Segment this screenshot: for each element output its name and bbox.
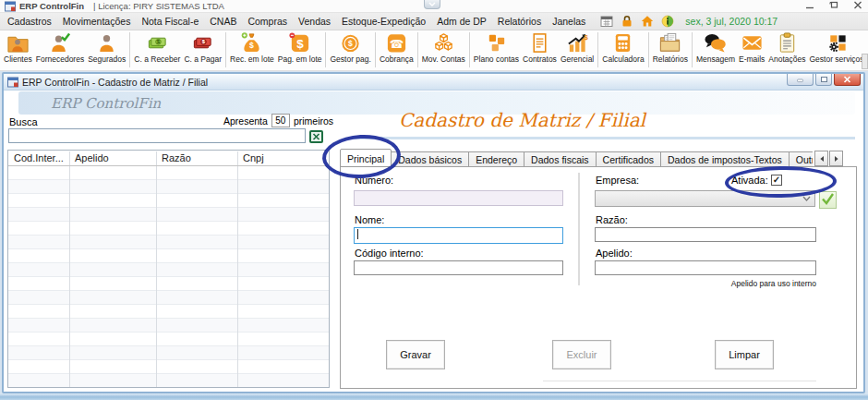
gestor-servicos-icon [826, 31, 849, 54]
tab-dados-fiscais[interactable]: Dados fiscais [524, 151, 596, 167]
lock-icon[interactable] [621, 15, 633, 28]
numero-label: Número: [355, 175, 393, 186]
toolbar-label: Segurados [88, 54, 126, 64]
tab-scroll-right-button[interactable] [829, 151, 843, 166]
toolbar-button-calculadora[interactable]: Calculadora [600, 31, 645, 64]
mdi-title-bar[interactable]: ERP ControlFin - Cadastro de Matriz / Fi… [4, 74, 863, 91]
app-close-button[interactable] [853, 1, 862, 9]
limpar-button[interactable]: Limpar [715, 340, 774, 369]
menu-item-compras[interactable]: Compras [242, 14, 293, 29]
mdi-maximize-button[interactable] [815, 74, 832, 86]
triangle-right-icon [834, 155, 839, 163]
mdi-close-button[interactable] [834, 74, 861, 86]
menu-item-estoque-expedicao[interactable]: Estoque-Expedição [336, 14, 431, 29]
ativada-checkbox[interactable]: ✓ [771, 175, 782, 186]
nome-input[interactable] [354, 227, 563, 244]
menu-item-cnab[interactable]: CNAB [204, 14, 242, 29]
toolbar-separator [225, 32, 226, 67]
tab-endereco[interactable]: Endereço [469, 151, 524, 167]
tab-principal[interactable]: Principal [340, 149, 392, 167]
toolbar-button-fornecedores[interactable]: Fornecedores [34, 31, 86, 64]
form-title: Cadastro de Matriz / Filial [399, 109, 645, 131]
svg-text:$: $ [249, 41, 254, 50]
toolbar-button-gerencial[interactable]: $ Gerencial [559, 31, 596, 64]
mov-contas-icon [432, 31, 455, 54]
gravar-button[interactable]: Gravar [386, 340, 445, 369]
search-input[interactable] [8, 128, 306, 143]
toolbar-button-contas-pagar[interactable]: $ C. a Pagar [182, 31, 223, 64]
toolbar-button-anotacoes[interactable]: Anotações [766, 31, 807, 64]
menu-item-nota-fiscal-e[interactable]: Nota Fiscal-e [136, 14, 204, 29]
toolbar-button-gestor-pagamentos[interactable]: $ Gestor pag. [328, 31, 372, 64]
plano-contas-icon [485, 31, 508, 54]
menu-item-relatorios[interactable]: Relatórios [492, 14, 547, 29]
quick-access-chevron-button[interactable] [424, 0, 440, 9]
menu-item-adm-de-dp[interactable]: Adm de DP [431, 14, 492, 29]
tab-scroll-left-button[interactable] [814, 151, 828, 166]
tab-certificados[interactable]: Certificados [597, 151, 661, 167]
menu-item-movimentacoes[interactable]: Movimentações [57, 14, 137, 29]
toolbar-overflow-grip[interactable] [862, 54, 868, 69]
calculadora-icon [611, 31, 634, 54]
column-divider [578, 173, 580, 285]
tab-dados-basicos[interactable]: Dados básicos [392, 151, 469, 167]
toolbar-button-plano-contas[interactable]: Plano contas [472, 31, 521, 64]
table-body-empty[interactable] [8, 166, 329, 387]
results-table[interactable]: Cod.Inter... Apelido Razão Cnpj [7, 150, 330, 388]
toolbar-button-receber-lote[interactable]: $ Rec. em lote [228, 31, 276, 64]
toolbar-button-clientes[interactable]: Clientes [2, 31, 34, 64]
busca-label: Busca [9, 116, 38, 127]
toolbar-button-contratos[interactable]: Contratos [521, 31, 559, 64]
toolbar-button-gestor-servicos[interactable]: Gestor serviços [808, 31, 866, 64]
toolbar-button-emails[interactable]: E-mails [737, 31, 766, 64]
clientes-icon [6, 31, 30, 54]
toolbar-button-mov-contas[interactable]: Mov. Contas [420, 31, 467, 64]
codigo-interno-input[interactable] [354, 260, 563, 275]
excluir-button[interactable]: Excluir [552, 340, 611, 369]
toolbar-label: Gestor serviços [810, 54, 864, 64]
column-header-cnpj[interactable]: Cnpj [243, 152, 264, 163]
tab-outros-dados[interactable]: Outros dad [790, 151, 813, 167]
empresa-select[interactable] [595, 190, 815, 207]
svg-text:$: $ [584, 33, 588, 42]
toolbar-label: Mensagem [696, 54, 735, 64]
home-icon[interactable] [641, 15, 654, 28]
tab-dados-impostos-textos[interactable]: Dados de impostos-Textos [661, 151, 790, 167]
razao-input[interactable] [595, 227, 816, 242]
toolbar-label: Relatórios [653, 54, 688, 64]
toolbar-button-cobranca[interactable]: ☎ Cobrança [378, 31, 416, 64]
calendar-grid-icon[interactable] [600, 15, 613, 28]
menu-item-vendas[interactable]: Vendas [293, 14, 336, 29]
toolbar-label: Rec. em lote [230, 54, 274, 64]
toolbar-label: Anotações [768, 54, 805, 64]
divider-line [543, 381, 816, 381]
apelido-input[interactable] [595, 260, 816, 275]
anotacoes-icon [776, 31, 799, 54]
toolbar-button-pagar-lote[interactable]: $ Pag. em lote [276, 31, 324, 64]
toolbar-separator [375, 32, 376, 67]
toolbar-button-contas-receber[interactable]: $ C. a Receber [132, 31, 182, 64]
excel-export-button[interactable] [308, 130, 323, 144]
toolbar-separator [648, 32, 649, 67]
column-header-razao[interactable]: Razão [162, 152, 191, 163]
form-tabs: Principal Dados básicos Endereço Dados f… [340, 149, 813, 167]
menu-item-cadastros[interactable]: Cadastros [2, 14, 57, 29]
app-minimize-button[interactable] [805, 1, 814, 9]
nome-label: Nome: [355, 214, 384, 225]
mdi-minimize-button[interactable] [787, 74, 814, 86]
toolbar-label: E-mails [739, 54, 765, 64]
numero-input[interactable] [354, 190, 563, 206]
toolbar-button-segurados[interactable]: Segurados [86, 31, 127, 64]
menu-item-janelas[interactable]: Janelas [547, 14, 591, 29]
codigo-interno-label: Código interno: [355, 248, 424, 259]
toolbar-button-mensagem[interactable]: Mensagem [694, 31, 737, 64]
toolbar-button-relatorios[interactable]: Relatórios [651, 31, 690, 64]
column-gridline [156, 166, 157, 387]
app-maximize-button[interactable] [829, 1, 838, 9]
column-header-cod-interno[interactable]: Cod.Inter... [14, 152, 64, 163]
apresenta-count-input[interactable] [271, 114, 290, 127]
empresa-confirm-button[interactable] [819, 191, 837, 209]
toolbar-separator [129, 32, 130, 67]
info-icon[interactable] [661, 15, 674, 28]
column-header-apelido[interactable]: Apelido [75, 152, 109, 163]
